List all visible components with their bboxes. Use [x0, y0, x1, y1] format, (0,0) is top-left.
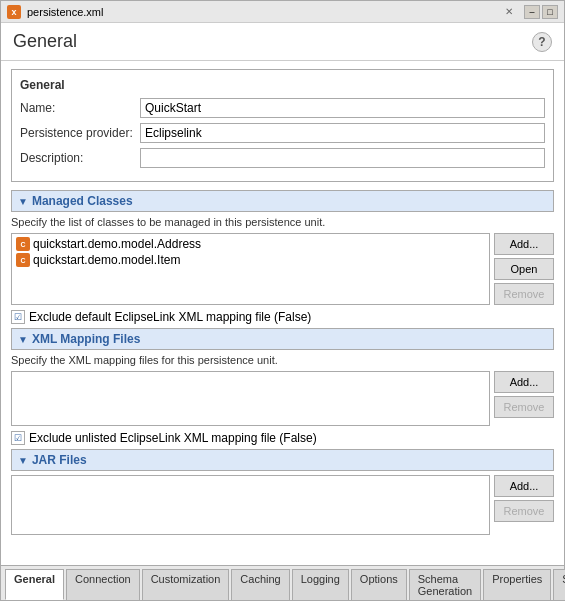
description-row: Description:: [20, 148, 545, 168]
file-icon: x: [7, 5, 21, 19]
provider-label: Persistence provider:: [20, 126, 140, 140]
class-icon-2: C: [16, 253, 30, 267]
page-title: General: [13, 31, 77, 52]
main-window: x persistence.xml ✕ – □ General ? Genera…: [0, 0, 565, 601]
xml-mapping-arrow: ▼: [18, 334, 28, 345]
jar-files-buttons: Add... Remove: [494, 475, 554, 535]
managed-classes-buttons: Add... Open Remove: [494, 233, 554, 305]
jar-files-list[interactable]: [11, 475, 490, 535]
tab-logging[interactable]: Logging: [292, 569, 349, 600]
managed-classes-open-button[interactable]: Open: [494, 258, 554, 280]
class-name-2: quickstart.demo.model.Item: [33, 253, 180, 267]
managed-classes-list[interactable]: C quickstart.demo.model.Address C quicks…: [11, 233, 490, 305]
jar-files-arrow: ▼: [18, 455, 28, 466]
name-row: Name:: [20, 98, 545, 118]
main-content: General Name: Persistence provider: Desc…: [1, 61, 564, 565]
tab-schema-generation[interactable]: Schema Generation: [409, 569, 481, 600]
xml-mapping-panel: Add... Remove: [11, 371, 554, 426]
name-label: Name:: [20, 101, 140, 115]
managed-classes-title: Managed Classes: [32, 194, 133, 208]
exclude-default-xml-row: ☑ Exclude default EclipseLink XML mappin…: [11, 310, 554, 324]
managed-classes-add-button[interactable]: Add...: [494, 233, 554, 255]
tab-bar: General Connection Customization Caching…: [1, 565, 564, 600]
tab-options[interactable]: Options: [351, 569, 407, 600]
exclude-default-xml-checkbox[interactable]: ☑: [11, 310, 25, 324]
xml-mapping-remove-button[interactable]: Remove: [494, 396, 554, 418]
exclude-unlisted-xml-row: ☑ Exclude unlisted EclipseLink XML mappi…: [11, 431, 554, 445]
managed-classes-panel: C quickstart.demo.model.Address C quicks…: [11, 233, 554, 305]
provider-row: Persistence provider:: [20, 123, 545, 143]
class-icon-1: C: [16, 237, 30, 251]
tab-caching[interactable]: Caching: [231, 569, 289, 600]
xml-mapping-list[interactable]: [11, 371, 490, 426]
xml-mapping-description: Specify the XML mapping files for this p…: [11, 354, 554, 366]
exclude-unlisted-xml-checkbox[interactable]: ☑: [11, 431, 25, 445]
name-input[interactable]: [140, 98, 545, 118]
tab-general[interactable]: General: [5, 569, 64, 600]
window-controls: – □: [524, 5, 558, 19]
jar-files-add-button[interactable]: Add...: [494, 475, 554, 497]
exclude-default-xml-label: Exclude default EclipseLink XML mapping …: [29, 310, 311, 324]
tab-source[interactable]: Source: [553, 569, 565, 600]
tab-close-button[interactable]: ✕: [500, 4, 518, 19]
exclude-unlisted-xml-label: Exclude unlisted EclipseLink XML mapping…: [29, 431, 317, 445]
managed-classes-header[interactable]: ▼ Managed Classes: [11, 190, 554, 212]
managed-classes-remove-button[interactable]: Remove: [494, 283, 554, 305]
title-bar: x persistence.xml ✕ – □: [1, 1, 564, 23]
xml-mapping-title: XML Mapping Files: [32, 332, 140, 346]
managed-classes-arrow: ▼: [18, 196, 28, 207]
page-header: General ?: [1, 23, 564, 61]
help-button[interactable]: ?: [532, 32, 552, 52]
general-section-title: General: [20, 78, 545, 92]
jar-files-header[interactable]: ▼ JAR Files: [11, 449, 554, 471]
list-item[interactable]: C quickstart.demo.model.Item: [14, 252, 487, 268]
managed-classes-description: Specify the list of classes to be manage…: [11, 216, 554, 228]
description-label: Description:: [20, 151, 140, 165]
class-name-1: quickstart.demo.model.Address: [33, 237, 201, 251]
title-bar-filename: persistence.xml: [27, 6, 494, 18]
maximize-button[interactable]: □: [542, 5, 558, 19]
xml-mapping-buttons: Add... Remove: [494, 371, 554, 426]
list-item[interactable]: C quickstart.demo.model.Address: [14, 236, 487, 252]
tab-customization[interactable]: Customization: [142, 569, 230, 600]
minimize-button[interactable]: –: [524, 5, 540, 19]
jar-files-remove-button[interactable]: Remove: [494, 500, 554, 522]
managed-classes-section: ▼ Managed Classes Specify the list of cl…: [11, 190, 554, 324]
xml-mapping-section: ▼ XML Mapping Files Specify the XML mapp…: [11, 328, 554, 445]
provider-input[interactable]: [140, 123, 545, 143]
tab-properties[interactable]: Properties: [483, 569, 551, 600]
xml-mapping-header[interactable]: ▼ XML Mapping Files: [11, 328, 554, 350]
jar-files-panel: Add... Remove: [11, 475, 554, 535]
tab-connection[interactable]: Connection: [66, 569, 140, 600]
description-input[interactable]: [140, 148, 545, 168]
xml-mapping-add-button[interactable]: Add...: [494, 371, 554, 393]
general-section: General Name: Persistence provider: Desc…: [11, 69, 554, 182]
jar-files-section: ▼ JAR Files Add... Remove: [11, 449, 554, 535]
jar-files-title: JAR Files: [32, 453, 87, 467]
